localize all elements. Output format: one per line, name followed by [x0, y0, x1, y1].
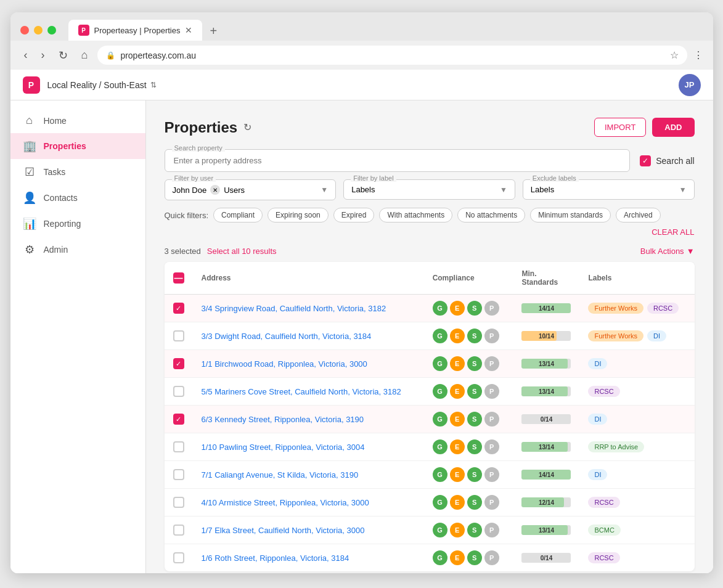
more-options-button[interactable]: ⋮: [693, 49, 703, 61]
label-chip[interactable]: DI: [588, 358, 607, 369]
label-chip[interactable]: RCSC: [588, 552, 619, 563]
chip-expired[interactable]: Expired: [333, 208, 375, 223]
chip-with-attachments[interactable]: With attachments: [379, 208, 452, 223]
sidebar-item-tasks[interactable]: ☑ Tasks: [10, 159, 145, 185]
compliance-dot-p: P: [484, 550, 499, 565]
row-checkbox[interactable]: ✓: [173, 414, 184, 425]
avatar[interactable]: JP: [679, 74, 701, 96]
sidebar-item-properties[interactable]: 🏢 Properties: [10, 133, 145, 159]
label-chip[interactable]: RCSC: [647, 303, 679, 314]
row-checkbox[interactable]: [173, 386, 184, 397]
search-all-toggle[interactable]: ✓ Search all: [640, 155, 694, 166]
import-button[interactable]: IMPORT: [594, 118, 646, 137]
compliance-dot-p: P: [484, 329, 499, 343]
compliance-dots: GESP: [433, 329, 505, 343]
chip-minimum-standards[interactable]: Minimum standards: [530, 208, 611, 223]
bulk-actions-button[interactable]: Bulk Actions ▼: [640, 247, 695, 256]
min-standards-label: 12/14: [521, 497, 571, 507]
address-bar[interactable]: 🔒 properteasy.com.au ☆: [97, 46, 687, 65]
min-standards-bar: 0/14: [521, 553, 571, 563]
chip-expiring-soon[interactable]: Expiring soon: [268, 208, 329, 223]
forward-button[interactable]: ›: [38, 46, 49, 64]
search-all-checkbox[interactable]: ✓: [640, 155, 651, 166]
min-standards-label: 10/14: [521, 331, 571, 341]
user-x-icon[interactable]: ✕: [210, 185, 220, 195]
property-address[interactable]: 3/4 Springview Road, Caulfield North, Vi…: [202, 304, 386, 313]
label-chips: RCSC: [588, 497, 685, 508]
org-name: Local Reality / South-East: [47, 80, 147, 90]
chip-archived[interactable]: Archived: [616, 208, 661, 223]
row-checkbox[interactable]: ✓: [173, 358, 184, 369]
minimize-button[interactable]: [34, 26, 43, 35]
home-button[interactable]: ⌂: [78, 46, 92, 64]
compliance-dot-p: P: [484, 301, 499, 316]
sidebar-item-home[interactable]: ⌂ Home: [10, 108, 145, 133]
min-standards-label: 14/14: [521, 303, 571, 313]
browser-window: P Properteasy | Properties ✕ + ‹ › ↻ ⌂ 🔒…: [10, 12, 713, 573]
org-selector[interactable]: Local Reality / South-East ⇅: [47, 80, 157, 90]
label-chip[interactable]: DI: [647, 330, 666, 341]
property-address[interactable]: 7/1 Caliangt Avenue, St Kilda, Victoria,…: [202, 470, 359, 480]
close-button[interactable]: [20, 26, 29, 35]
property-address[interactable]: 6/3 Kennedy Street, Ripponlea, Victoria,…: [202, 415, 364, 424]
refresh-button[interactable]: ↻: [243, 121, 251, 133]
chip-compliant[interactable]: Compliant: [213, 208, 263, 223]
label-chip[interactable]: Further Works: [588, 303, 643, 314]
table-row: 4/10 Armistice Street, Ripponlea, Victor…: [165, 489, 695, 517]
sidebar-item-reporting[interactable]: 📊 Reporting: [10, 211, 145, 237]
table-row: 1/6 Roth Street, Ripponlea, Victoria, 31…: [165, 544, 695, 572]
row-checkbox[interactable]: [173, 552, 184, 563]
add-button[interactable]: ADD: [652, 118, 694, 137]
min-standards-bar: 13/14: [521, 442, 571, 452]
row-checkbox[interactable]: [173, 441, 184, 452]
maximize-button[interactable]: [47, 26, 56, 35]
bookmark-button[interactable]: ☆: [670, 49, 679, 61]
label-chip[interactable]: Further Works: [588, 330, 643, 341]
active-tab[interactable]: P Properteasy | Properties ✕: [68, 20, 203, 41]
row-checkbox[interactable]: ✓: [173, 303, 184, 314]
select-all-checkbox[interactable]: —: [173, 272, 184, 284]
property-address[interactable]: 1/6 Roth Street, Ripponlea, Victoria, 31…: [202, 553, 349, 563]
filter-user-select[interactable]: John Doe ✕ Users ▼: [165, 179, 337, 200]
row-checkbox[interactable]: [173, 330, 184, 341]
compliance-dot-g: G: [433, 439, 447, 454]
label-chips: DI: [588, 414, 685, 425]
row-checkbox[interactable]: [173, 497, 184, 508]
label-chip[interactable]: RCSC: [588, 386, 619, 397]
table-row: ✓6/3 Kennedy Street, Ripponlea, Victoria…: [165, 406, 695, 433]
property-address[interactable]: 4/10 Armistice Street, Ripponlea, Victor…: [202, 498, 369, 507]
label-chip[interactable]: BCMC: [588, 525, 620, 536]
quick-filters-row: Quick filters: Compliant Expiring soon E…: [165, 208, 695, 237]
label-chip[interactable]: RRP to Advise: [588, 441, 644, 452]
sidebar-item-admin[interactable]: ⚙ Admin: [10, 237, 145, 263]
tab-close-button[interactable]: ✕: [185, 25, 192, 35]
select-all-link[interactable]: Select all 10 results: [207, 247, 277, 256]
property-address[interactable]: 1/7 Elka Street, Caulfield North, Victor…: [202, 526, 365, 535]
header-address: Address: [193, 262, 424, 295]
reload-button[interactable]: ↻: [55, 46, 71, 65]
app-body: ⌂ Home 🏢 Properties ☑ Tasks 👤 Contacts 📊: [10, 100, 713, 573]
exclude-label-select[interactable]: Labels ▼: [523, 179, 695, 200]
filter-label-select[interactable]: Labels ▼: [343, 179, 515, 200]
label-chip[interactable]: RCSC: [588, 497, 619, 508]
compliance-dots: GESP: [433, 412, 505, 427]
clear-all-button[interactable]: CLEAR ALL: [652, 227, 694, 237]
new-tab-button[interactable]: +: [205, 22, 222, 41]
row-checkbox[interactable]: [173, 525, 184, 536]
search-input[interactable]: [165, 149, 631, 172]
property-address[interactable]: 3/3 Dwight Road, Caulfield North, Victor…: [202, 332, 372, 341]
property-address[interactable]: 5/5 Mariners Cove Street, Caulfield Nort…: [202, 387, 401, 396]
label-chip[interactable]: DI: [588, 414, 607, 425]
back-button[interactable]: ‹: [20, 46, 31, 64]
property-address[interactable]: 1/10 Pawling Street, Ripponlea, Victoria…: [202, 443, 365, 452]
org-chevron-icon: ⇅: [150, 81, 157, 89]
label-chip[interactable]: DI: [588, 469, 607, 480]
property-address[interactable]: 1/1 Birchwood Road, Ripponlea, Victoria,…: [202, 359, 367, 369]
header-labels: Labels: [579, 262, 694, 295]
compliance-dot-p: P: [484, 384, 499, 399]
sidebar-item-contacts[interactable]: 👤 Contacts: [10, 185, 145, 211]
min-standards-label: 0/14: [521, 414, 571, 424]
row-checkbox[interactable]: [173, 469, 184, 480]
chip-no-attachments[interactable]: No attachments: [457, 208, 525, 223]
compliance-dots: GESP: [433, 495, 505, 510]
